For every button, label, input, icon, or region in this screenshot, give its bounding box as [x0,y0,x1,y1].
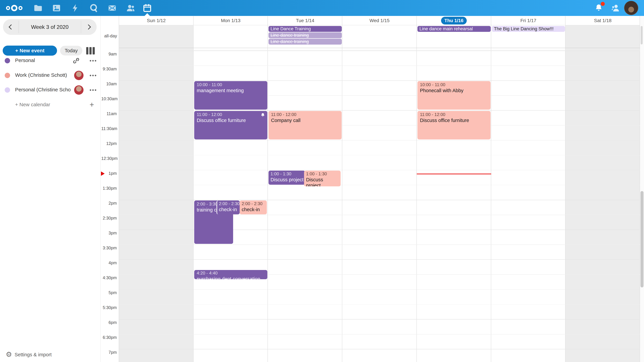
week-range-label[interactable]: Week 3 of 2020 [3,19,96,35]
time-label: 10:30am [101,96,117,101]
top-bar [0,0,644,16]
time-label: 10am [101,81,117,86]
new-calendar-label: + New calendar [15,102,50,107]
nextcloud-logo[interactable] [5,3,24,13]
calendar-name: Personal [15,57,70,63]
activity-icon[interactable] [70,3,80,13]
day-header-mon[interactable]: Mon 1/13 [194,16,268,25]
reminder-bell-icon [260,113,265,118]
current-time-arrow-icon [101,171,105,176]
scrollbar-thumb[interactable] [640,191,644,287]
calendar-list-item-personal[interactable]: Personal [0,55,100,67]
contacts-menu-icon[interactable] [610,3,620,13]
day-header-wed[interactable]: Wed 1/15 [342,16,417,25]
day-header-thu-today[interactable]: Thu 1/16 [417,16,491,25]
shared-by-avatar [74,85,84,95]
event-discuss-office-furniture-mon[interactable]: 11:00 - 12:00 Discuss office furniture [194,111,267,139]
event-purchasing-dept-conversation[interactable]: 4:20 - 4:40 purchasing dept conversation [194,270,267,279]
time-label: 7pm [101,350,117,355]
time-label: 3:30pm [101,246,117,250]
share-link-icon[interactable] [72,57,80,65]
time-label: 1:30pm [101,186,117,191]
time-label: 5pm [101,290,117,295]
time-label: 2pm [101,201,117,206]
today-button[interactable]: Today [60,46,82,55]
grid-column-lines [119,16,640,362]
photos-icon[interactable] [52,3,62,13]
allday-label: all-day [104,33,117,38]
view-bar-icon [86,47,88,54]
calendar-list-item-work[interactable]: Work (Christine Schott) [0,69,100,81]
vertical-scrollbar[interactable] [640,16,644,362]
new-calendar-row[interactable]: + New calendar + [0,100,100,110]
calendar-name: Work (Christine Schott) [15,72,70,78]
settings-import-button[interactable]: ⚙ Settings & import [0,350,100,360]
calendar-name: Personal (Christine Scho… [15,87,70,92]
time-label: 11:30am [101,126,117,131]
time-label: 12:30pm [101,156,117,161]
week-navigation: Week 3 of 2020 [3,19,96,35]
allday-event-big-line-dancing-show[interactable]: The Big Line Dancing Show!!! [492,26,565,32]
event-phonecall-with-abby[interactable]: 10:00 - 11:00 Phonecall with Abby [418,81,490,110]
calendar-actions-menu[interactable] [90,74,100,76]
event-discuss-office-furniture-thu[interactable]: 11:00 - 12:00 Discuss office furniture [418,111,490,139]
sidebar: Week 3 of 2020 + New event Today Persona… [0,16,100,362]
calendar-color-dot [5,87,10,93]
weekend-shading-saturday [566,25,640,362]
contacts-icon[interactable] [126,3,136,13]
event-check-in-purple[interactable]: 2:00 - 2:30 check-in [216,200,240,214]
event-management-meeting[interactable]: 10:00 - 11:00 management meeting [194,81,267,110]
notification-badge [601,2,605,6]
time-label: 12pm [101,141,117,146]
allday-divider [100,48,640,48]
event-company-call[interactable]: 11:00 - 12:00 Company call [268,111,342,139]
files-icon[interactable] [33,3,43,13]
current-time-line [417,174,491,174]
time-label: 4pm [101,260,117,265]
time-label: 6:30pm [101,335,117,340]
notifications-bell-icon[interactable] [594,3,604,13]
allday-event-line-dance-main-rehearsal[interactable]: Line dance main rehearsal [418,26,491,32]
allday-event-line-dance-training-cancelled[interactable]: Line dance training [268,32,342,38]
calendar-actions-menu[interactable] [90,60,100,62]
today-pill[interactable]: Thu 1/16 [441,17,467,24]
time-label: 2:30pm [101,216,117,221]
day-header-sat[interactable]: Sat 1/18 [566,16,640,25]
calendar-color-dot [5,58,10,63]
calendar-color-dot [5,73,10,78]
calendar-app-icon[interactable] [142,3,152,13]
day-header-fri[interactable]: Fri 1/17 [491,16,566,25]
allday-event-line-dance-training-cancelled[interactable]: Line dance training [268,39,342,44]
settings-label: Settings & import [14,352,52,358]
calendar-list-item-personal-christine[interactable]: Personal (Christine Scho… [0,84,100,96]
view-bar-icon [90,47,92,54]
allday-scrollbar-thumb[interactable] [641,26,643,44]
view-switcher-button[interactable] [86,47,94,54]
talk-icon[interactable] [89,3,99,13]
weekend-shading-sunday [119,25,193,362]
divider [81,21,81,33]
shared-by-avatar [74,71,84,80]
time-label: 9:30am [101,66,117,71]
user-avatar[interactable] [624,1,638,15]
mail-icon[interactable] [107,3,117,13]
day-header-sun[interactable]: Sun 1/12 [119,16,194,25]
calendar-actions-menu[interactable] [90,89,100,91]
event-discuss-project-announcement-salmon[interactable]: 1:00 - 1:30 Discuss project announcement [304,171,340,186]
time-label: 11am [101,111,117,116]
gear-icon: ⚙ [6,350,12,359]
time-label: 3pm [101,231,117,236]
active-app-indicator [144,13,150,16]
calendar-app: Week 3 of 2020 + New event Today Persona… [0,0,644,362]
view-bar-icon [92,47,95,54]
plus-icon: + [90,100,94,109]
event-check-in-salmon[interactable]: 2:00 - 2:30 check-in [240,200,267,214]
day-header-tue[interactable]: Tue 1/14 [268,16,342,25]
time-label: 6pm [101,320,117,325]
time-label: 5:30pm [101,305,117,310]
event-discuss-project-announcement-purple[interactable]: 1:00 - 1:30 Discuss project announcement [268,171,305,185]
allday-event-line-dance-training[interactable]: Line Dance Training [268,26,342,32]
new-event-button[interactable]: + New event [3,45,57,56]
time-label: 9am [101,52,117,56]
time-gutter: all-day 9am 9:30am 10am 10:30am 11am 11:… [100,16,119,362]
